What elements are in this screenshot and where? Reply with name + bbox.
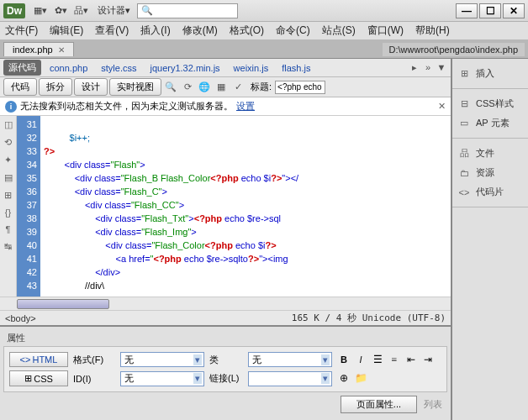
visual-aids-icon[interactable]: ▦ bbox=[214, 80, 229, 95]
notice-close-icon[interactable]: ✕ bbox=[438, 101, 446, 112]
panel-insert[interactable]: ⊞插入 bbox=[456, 64, 525, 83]
source-tab[interactable]: flash.js bbox=[277, 61, 315, 75]
document-tabs: index.php ✕ D:\wwwroot\pengdao\index.php bbox=[0, 40, 528, 59]
view-toolbar: 代码 拆分 设计 实时视图 🔍 ⟳ 🌐 ▦ ✓ 标题: bbox=[0, 77, 451, 97]
bold-button[interactable]: B bbox=[337, 353, 351, 366]
id-label: ID(I) bbox=[73, 374, 115, 384]
filter-icon[interactable]: ▼ bbox=[436, 62, 447, 73]
tag-selector[interactable]: <body> bbox=[5, 313, 36, 323]
tool-icon[interactable]: ◫ bbox=[4, 119, 13, 130]
indent-button[interactable]: ⇥ bbox=[421, 353, 435, 366]
link-label: 链接(L) bbox=[209, 372, 243, 385]
view-design-button[interactable]: 设计 bbox=[74, 78, 108, 96]
extend-icon[interactable]: ✿▾ bbox=[53, 3, 68, 18]
source-tab-active[interactable]: 源代码 bbox=[3, 60, 41, 76]
source-tab[interactable]: conn.php bbox=[45, 61, 92, 75]
check-icon[interactable]: ✓ bbox=[230, 80, 246, 95]
browser-icon[interactable]: 🌐 bbox=[197, 80, 212, 95]
outdent-button[interactable]: ⇤ bbox=[404, 353, 418, 366]
class-label: 类 bbox=[209, 354, 243, 366]
notice-link[interactable]: 设置 bbox=[236, 100, 255, 113]
view-live-button[interactable]: 实时视图 bbox=[109, 78, 161, 96]
menu-bar: 文件(F) 编辑(E) 查看(V) 插入(I) 修改(M) 格式(O) 命令(C… bbox=[0, 22, 528, 40]
menu-edit[interactable]: 编辑(E) bbox=[50, 24, 83, 38]
panel-files[interactable]: 品文件 bbox=[456, 144, 525, 163]
menu-help[interactable]: 帮助(H) bbox=[415, 24, 450, 38]
panel-snippets[interactable]: <>代码片 bbox=[456, 182, 525, 202]
right-panels: ⊞插入 ⊟CSS样式 ▭AP 元素 品文件 🗀资源 <>代码片 bbox=[452, 59, 528, 420]
prop-css-button[interactable]: ⊞ CSS bbox=[9, 370, 68, 386]
workspace-dropdown[interactable]: 设计器 ▾ bbox=[98, 4, 130, 17]
tool-icon[interactable]: ↹ bbox=[4, 241, 12, 252]
maximize-button[interactable]: ☐ bbox=[479, 3, 501, 18]
code-toolbar: ◫ ⟲ ✦ ▤ ⊞ {} ¶ ↹ bbox=[0, 116, 17, 297]
inspect-icon[interactable]: 🔍 bbox=[163, 80, 178, 95]
title-label: 标题: bbox=[251, 81, 272, 93]
page-properties-button[interactable]: 页面属性... bbox=[341, 396, 417, 413]
tool-icon[interactable]: ▤ bbox=[4, 172, 13, 183]
ul-button[interactable]: ☰ bbox=[371, 353, 384, 366]
site-icon[interactable]: 品▾ bbox=[73, 3, 88, 18]
app-logo: Dw bbox=[3, 3, 25, 18]
id-select[interactable]: 无 bbox=[120, 371, 204, 386]
nav-prev-icon[interactable]: ▸ bbox=[409, 62, 420, 73]
link-select[interactable] bbox=[248, 371, 332, 386]
menu-commands[interactable]: 命令(C) bbox=[276, 24, 310, 38]
layers-icon: ▭ bbox=[457, 118, 471, 129]
status-info: 165 K / 4 秒 Unicode (UTF-8) bbox=[292, 312, 446, 324]
live-code-icon[interactable]: ⟳ bbox=[180, 80, 195, 95]
file-tab[interactable]: index.php ✕ bbox=[3, 42, 74, 56]
info-icon: i bbox=[5, 101, 17, 113]
tool-icon[interactable]: ⊞ bbox=[4, 190, 12, 201]
format-label: 格式(F) bbox=[73, 354, 115, 366]
source-tab[interactable]: jquery1.32.min.js bbox=[145, 61, 224, 75]
italic-button[interactable]: I bbox=[354, 353, 367, 366]
scrollbar-thumb[interactable] bbox=[17, 299, 109, 309]
properties-panel: 属性 <> HTML 格式(F) 无 类 无 B I ☰ ≡ ⇤ ⇥ ⊞ CSS… bbox=[0, 325, 451, 420]
notice-bar: i 无法搜索到动态相关文件，因为未定义测试服务器。 设置 ✕ bbox=[0, 97, 451, 116]
tool-icon[interactable]: ¶ bbox=[6, 224, 11, 234]
source-tab[interactable]: style.css bbox=[96, 61, 141, 75]
title-input[interactable] bbox=[275, 81, 325, 94]
code-editor[interactable]: $i++;?> <div class="Flash"> <div class="… bbox=[40, 116, 451, 297]
horizontal-scrollbar[interactable] bbox=[0, 297, 451, 310]
tool-icon[interactable]: ✦ bbox=[4, 155, 12, 165]
source-tab[interactable]: weixin.js bbox=[229, 61, 274, 75]
panel-ap[interactable]: ▭AP 元素 bbox=[456, 113, 525, 133]
menu-insert[interactable]: 插入(I) bbox=[140, 24, 170, 38]
code-area: ◫ ⟲ ✦ ▤ ⊞ {} ¶ ↹ 313233 343536 373839 40… bbox=[0, 116, 451, 297]
ol-button[interactable]: ≡ bbox=[388, 353, 401, 366]
view-code-button[interactable]: 代码 bbox=[3, 78, 37, 96]
prop-html-button[interactable]: <> HTML bbox=[9, 352, 68, 367]
tool-icon[interactable]: {} bbox=[5, 207, 11, 218]
nav-next-icon[interactable]: » bbox=[422, 62, 434, 73]
close-button[interactable]: ✕ bbox=[503, 3, 525, 18]
menu-view[interactable]: 查看(V) bbox=[95, 24, 129, 38]
files-icon: 品 bbox=[457, 148, 471, 160]
menu-site[interactable]: 站点(S) bbox=[322, 24, 356, 38]
minimize-button[interactable]: — bbox=[456, 3, 478, 18]
view-split-button[interactable]: 拆分 bbox=[39, 78, 72, 96]
title-bar: Dw ▦▾ ✿▾ 品▾ 设计器 ▾ 🔍 — ☐ ✕ bbox=[0, 0, 528, 22]
menu-modify[interactable]: 修改(M) bbox=[182, 24, 218, 38]
menu-format[interactable]: 格式(O) bbox=[230, 24, 264, 38]
menu-window[interactable]: 窗口(W) bbox=[367, 24, 404, 38]
status-bar: <body> 165 K / 4 秒 Unicode (UTF-8) bbox=[0, 310, 451, 325]
assets-icon: 🗀 bbox=[457, 167, 471, 179]
format-select[interactable]: 无 bbox=[120, 352, 204, 367]
menu-file[interactable]: 文件(F) bbox=[5, 24, 38, 38]
layout-icon[interactable]: ▦▾ bbox=[33, 3, 48, 18]
properties-title: 属性 bbox=[3, 330, 447, 346]
browse-icon[interactable]: 📁 bbox=[354, 372, 367, 386]
notice-text: 无法搜索到动态相关文件，因为未定义测试服务器。 bbox=[20, 100, 233, 113]
file-path: D:\wwwroot\pengdao\index.php bbox=[383, 43, 525, 56]
panel-assets[interactable]: 🗀资源 bbox=[456, 163, 525, 182]
line-gutter: 313233 343536 373839 404142 43 bbox=[17, 116, 40, 297]
link-target-icon[interactable]: ⊕ bbox=[337, 372, 351, 386]
tool-icon[interactable]: ⟲ bbox=[4, 137, 12, 148]
css-icon: ⊟ bbox=[457, 98, 471, 110]
panel-css[interactable]: ⊟CSS样式 bbox=[456, 94, 525, 113]
search-input[interactable]: 🔍 bbox=[137, 3, 238, 18]
tab-close-icon[interactable]: ✕ bbox=[58, 45, 65, 55]
class-select[interactable]: 无 bbox=[248, 352, 332, 367]
